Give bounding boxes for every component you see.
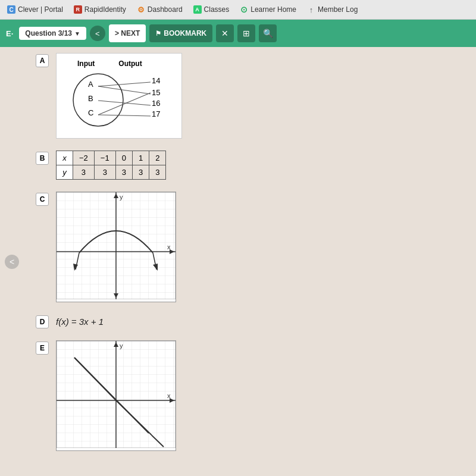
- option-b-label[interactable]: B: [36, 152, 49, 165]
- output-15: 15: [152, 88, 160, 97]
- tab-clever[interactable]: C Clever | Portal: [2, 3, 68, 16]
- output-17: 17: [152, 109, 160, 118]
- question-toolbar: E· Question 3/13 ▼ < > NEXT ⚑ BOOKMARK ✕…: [0, 20, 476, 47]
- tab-member[interactable]: ↑ Member Log: [302, 3, 362, 16]
- tab-classes-label: Classes: [204, 5, 230, 14]
- formula-text: f(x) = 3x + 1: [56, 317, 104, 327]
- option-a: A Input Output A B C 14 15 16 17: [36, 53, 464, 139]
- vshape-graph: y x: [56, 340, 176, 451]
- grid-icon: ⊞: [243, 29, 250, 38]
- y-val-5: 3: [149, 165, 166, 180]
- left-nav-button[interactable]: <: [5, 255, 19, 269]
- vshape-svg: y x: [57, 341, 176, 448]
- rapid-icon: R: [74, 5, 82, 14]
- tab-dashboard[interactable]: ⚙ Dashboard: [132, 3, 187, 16]
- option-d: D f(x) = 3x + 1: [36, 314, 464, 328]
- tab-rapid-label: RapidIdentity: [84, 5, 126, 14]
- x-val-2: −1: [94, 151, 115, 165]
- table-row-x: x −2 −1 0 1 2: [57, 151, 166, 165]
- option-b: B x −2 −1 0 1 2 y 3 3 3 3 3: [36, 151, 464, 180]
- table-row-y: y 3 3 3 3 3: [57, 165, 166, 180]
- question-info: Question 3/13: [25, 29, 72, 37]
- close-button[interactable]: ✕: [216, 24, 234, 42]
- tab-dashboard-label: Dashboard: [148, 5, 183, 14]
- x-axis-label: x: [167, 243, 171, 250]
- x-val-3: 0: [115, 151, 132, 165]
- option-e-label[interactable]: E: [36, 342, 49, 355]
- x-val-1: −2: [73, 151, 95, 165]
- tab-learner-label: Learner Home: [250, 5, 296, 14]
- next-button[interactable]: > NEXT: [109, 24, 146, 42]
- x-val-5: 2: [149, 151, 166, 165]
- option-c: C y x: [36, 192, 464, 302]
- bookmark-button[interactable]: ⚑ BOOKMARK: [149, 24, 212, 42]
- classes-icon: A: [193, 5, 202, 14]
- input-header: Input: [77, 60, 95, 68]
- parabola-graph: y x: [56, 192, 176, 302]
- nav-back-button[interactable]: <: [90, 26, 105, 41]
- question-badge: Question 3/13 ▼: [19, 27, 86, 40]
- nav-back-icon: <: [95, 29, 100, 38]
- y-val-4: 3: [132, 165, 149, 180]
- option-e: E y x: [36, 340, 464, 451]
- y-val-2: 3: [94, 165, 115, 180]
- grid-button[interactable]: ⊞: [237, 24, 255, 42]
- svg-point-0: [73, 74, 123, 126]
- formula-display: f(x) = 3x + 1: [56, 317, 104, 327]
- y-axis-label: y: [120, 193, 123, 201]
- input-a: A: [88, 80, 93, 89]
- e-y-label: y: [120, 342, 123, 349]
- output-16: 16: [152, 99, 160, 108]
- option-d-label[interactable]: D: [36, 315, 49, 328]
- option-a-label[interactable]: A: [36, 54, 49, 67]
- y-val-1: 3: [73, 165, 95, 180]
- content-area: < A Input Output A B C 14 15 16 17: [0, 47, 476, 476]
- learner-icon: ⊙: [240, 5, 248, 14]
- x-label: x: [57, 151, 73, 165]
- close-icon: ✕: [221, 29, 228, 38]
- dropdown-arrow-icon[interactable]: ▼: [74, 30, 80, 37]
- x-val-4: 1: [132, 151, 149, 165]
- browser-tabs: C Clever | Portal R RapidIdentity ⚙ Dash…: [0, 0, 476, 20]
- e-x-label: x: [167, 392, 171, 399]
- clever-icon: C: [7, 5, 15, 14]
- tab-member-label: Member Log: [318, 5, 358, 14]
- parabola-svg: y x: [57, 192, 176, 299]
- toolbar-prefix: E·: [6, 29, 13, 38]
- tab-rapid[interactable]: R RapidIdentity: [69, 3, 131, 16]
- bookmark-label: BOOKMARK: [164, 29, 206, 37]
- y-val-3: 3: [115, 165, 132, 180]
- mapping-svg: A B C 14 15 16 17: [65, 70, 173, 130]
- bookmark-icon: ⚑: [155, 30, 161, 37]
- output-14: 14: [152, 76, 160, 85]
- option-c-label[interactable]: C: [36, 193, 49, 206]
- dashboard-icon: ⚙: [137, 5, 145, 14]
- input-b: B: [88, 94, 93, 103]
- next-label: > NEXT: [115, 29, 140, 37]
- tab-learner[interactable]: ⊙ Learner Home: [235, 3, 301, 16]
- mapping-header: Input Output: [77, 60, 173, 68]
- tab-clever-label: Clever | Portal: [18, 5, 63, 14]
- search-button[interactable]: 🔍: [259, 24, 277, 42]
- function-table: x −2 −1 0 1 2 y 3 3 3 3 3: [56, 151, 166, 180]
- input-c: C: [88, 108, 93, 117]
- output-header: Output: [118, 60, 142, 68]
- mapping-diagram: Input Output A B C 14 15 16 17: [56, 53, 182, 139]
- member-icon: ↑: [307, 5, 315, 14]
- y-label: y: [57, 165, 73, 180]
- tab-classes[interactable]: A Classes: [189, 3, 234, 16]
- search-icon: 🔍: [263, 29, 273, 38]
